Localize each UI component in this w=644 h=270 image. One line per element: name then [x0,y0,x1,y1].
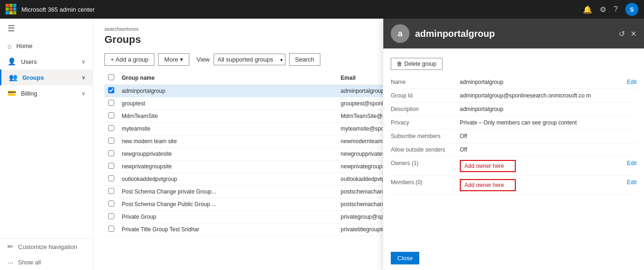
detail-field-row: Descriptionadminportalgroup [391,103,637,116]
row-group-name: newprivategroupsite [118,160,337,173]
sidebar-item-showall[interactable]: ··· Show all [0,255,93,270]
detail-field-edit-link[interactable]: Edit [627,79,637,85]
app-title: Microsoft 365 admin center [21,6,578,13]
detail-field-label: Subscribe members [391,133,456,139]
row-checkbox[interactable] [104,148,118,160]
detail-action-bar: 🗑 Delete group [391,54,637,76]
billing-chevron-icon: ∨ [82,90,85,97]
detail-field-label: Allow outside senders [391,146,456,153]
row-checkbox[interactable] [104,97,118,110]
home-icon: ⌂ [7,42,12,50]
sidebar-label-showall: Show all [18,259,41,266]
detail-title: adminportalgroup [415,28,495,39]
sidebar-item-billing[interactable]: 💳 Billing ∨ [0,85,93,101]
detail-header-controls: ↺ ✕ [619,29,637,38]
row-checkbox[interactable] [104,186,118,198]
groups-chevron-icon: ∨ [82,75,85,81]
detail-field-edit-link[interactable]: Edit [627,160,637,166]
row-checkbox[interactable] [104,223,118,236]
more-button[interactable]: More ▾ [158,53,189,66]
detail-field-edit-link[interactable]: Edit [627,179,637,186]
view-label: View [197,56,210,63]
detail-footer: Close [383,246,644,270]
main-layout: ☰ ⌂ Home 👤 Users ∨ 👥 Groups ∨ 💳 Billing … [0,19,644,270]
row-group-name: Post Schema Change Public Group ... [118,198,337,211]
row-checkbox[interactable] [104,160,118,173]
sidebar-label-groups: Groups [22,74,44,81]
view-select-wrapper: All supported groups [214,54,285,65]
row-checkbox[interactable] [104,123,118,135]
user-avatar[interactable]: S [625,3,638,16]
sidebar-label-customize: Customize Navigation [18,243,77,250]
row-group-name: MdrnTeamSite [118,110,337,123]
add-owner-box[interactable]: Add owner here [460,179,516,191]
trash-icon: 🗑 [397,61,402,67]
sidebar-item-customize[interactable]: ✏ Customize Navigation [0,239,93,255]
row-checkbox[interactable] [104,135,118,148]
row-group-name: new modern team site [118,135,337,148]
row-checkbox[interactable] [104,198,118,211]
col-group-name: Group name [118,71,337,85]
detail-field-label: Group Id [391,92,456,99]
sidebar-label-billing: Billing [21,90,37,97]
detail-field-label: Owners (1) [391,160,456,166]
sidebar-item-users[interactable]: 👤 Users ∨ [0,54,93,69]
detail-field-value: adminportalgroup [460,79,623,85]
sidebar-item-groups[interactable]: 👥 Groups ∨ [0,69,93,85]
close-button[interactable]: Close [391,252,419,264]
close-panel-button[interactable]: ✕ [630,29,637,38]
detail-fields: NameadminportalgroupEditGroup Idadminpor… [391,76,637,195]
topbar-icons: 🔔 ⚙ ? S [583,3,638,16]
row-group-name: grouptest [118,97,337,110]
help-icon[interactable]: ? [614,5,618,14]
row-group-name: Private Title Group Test Sridhar [118,223,337,236]
detail-field-value: adminportalgroup [460,106,637,112]
detail-field-label: Members (0) [391,179,456,186]
row-checkbox[interactable] [104,110,118,123]
refresh-button[interactable]: ↺ [619,29,625,38]
detail-field-row: Owners (1)Add owner hereEdit [391,157,637,176]
detail-field-row: NameadminportalgroupEdit [391,76,637,89]
search-button[interactable]: Search [289,53,320,66]
detail-field-row: Group Idadminportalgroup@sponlinesearch.… [391,89,637,103]
users-chevron-icon: ∨ [82,59,85,65]
groups-icon: 👥 [9,73,18,82]
detail-field-value: Off [460,146,637,153]
sidebar-item-home[interactable]: ⌂ Home [0,38,93,54]
delete-group-button[interactable]: 🗑 Delete group [391,58,443,70]
row-group-name: Private Group [118,211,337,223]
detail-field-label: Name [391,79,456,85]
add-group-button[interactable]: + Add a group [104,53,154,66]
detail-field-row: Allow outside sendersOff [391,143,637,157]
topbar: Microsoft 365 admin center 🔔 ⚙ ? S [0,0,644,19]
detail-field-row: Subscribe membersOff [391,130,637,143]
detail-field-row: Members (0)Add owner hereEdit [391,176,637,195]
row-group-name: adminportalgroup [118,85,337,97]
content-area: searchserivces Groups + Add a group More… [93,19,644,270]
row-checkbox[interactable] [104,85,118,97]
select-all-checkbox[interactable] [108,74,114,80]
detail-field-label: Description [391,106,456,112]
users-icon: 👤 [7,57,16,66]
row-checkbox[interactable] [104,173,118,186]
sidebar-label-home: Home [16,42,33,49]
row-group-name: outlookaddedpvtgroup [118,173,337,186]
notification-icon[interactable]: 🔔 [583,5,592,14]
detail-avatar: a [391,24,409,43]
sidebar-bottom: ✏ Customize Navigation ··· Show all [0,238,93,270]
detail-body: 🗑 Delete group NameadminportalgroupEditG… [383,48,644,246]
detail-field-value: Off [460,133,637,139]
row-group-name: myteamsite [118,123,337,135]
hamburger-icon[interactable]: ☰ [0,19,93,38]
ms-logo-icon [6,4,17,15]
detail-panel: a adminportalgroup ↺ ✕ 🗑 Delete group Na… [383,19,644,270]
add-owner-box[interactable]: Add owner here [460,160,516,172]
row-group-name: Post Schema Change private Group... [118,186,337,198]
table-header-checkbox [104,71,118,85]
row-checkbox[interactable] [104,211,118,223]
customize-icon: ✏ [7,242,14,251]
detail-field-value: adminportalgroup@sponlinesearch.onmicros… [460,92,637,99]
view-select[interactable]: All supported groups [214,54,285,65]
settings-icon[interactable]: ⚙ [600,5,606,14]
detail-field-value: Private – Only members can see group con… [460,119,637,126]
